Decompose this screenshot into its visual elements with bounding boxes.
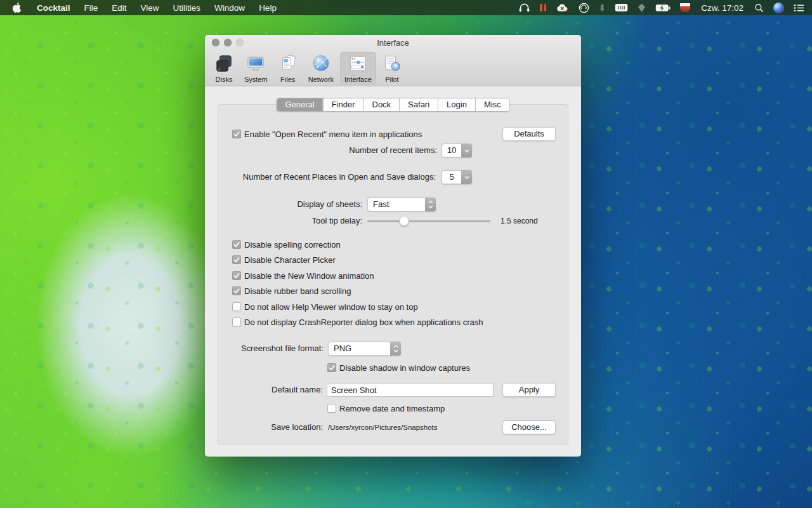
- toolbar-item-network[interactable]: Network: [304, 52, 338, 84]
- menu-bar-clock[interactable]: Czw. 17:02: [700, 3, 745, 13]
- checkbox[interactable]: [327, 363, 336, 372]
- headset-icon[interactable]: [518, 3, 530, 13]
- choose-button[interactable]: Choose...: [502, 420, 556, 434]
- chevron-down-icon: [461, 144, 472, 157]
- toolbar: Disks System Files Network Interface: [205, 51, 581, 86]
- no-help-viewer-on-top-checkbox[interactable]: Do not allow Help Viewer window to stay …: [232, 300, 418, 313]
- title-bar[interactable]: Interface: [205, 35, 581, 51]
- recent-items-label: Number of recent items:: [349, 144, 437, 157]
- disable-shadow-checkbox[interactable]: Disable shadow in window captures: [327, 361, 470, 374]
- diamond-status-icon[interactable]: [638, 3, 646, 13]
- default-name-label: Default name:: [272, 383, 323, 397]
- toolbar-item-pilot[interactable]: Pilot: [378, 52, 406, 84]
- tooltip-delay-label: Tool tip delay:: [312, 214, 363, 228]
- enable-open-recent-checkbox[interactable]: Enable "Open Recent" menu item in applic…: [232, 128, 422, 140]
- menu-window[interactable]: Window: [207, 3, 252, 13]
- tab-login[interactable]: Login: [438, 98, 475, 111]
- display-sheets-popup[interactable]: Fast: [367, 197, 436, 211]
- menu-utilities[interactable]: Utilities: [166, 3, 208, 13]
- system-icon: [246, 54, 265, 76]
- toolbar-item-interface[interactable]: Interface: [340, 52, 376, 84]
- checkbox[interactable]: [232, 255, 241, 264]
- remove-date-timestamp-checkbox[interactable]: Remove date and timestamp: [327, 402, 445, 415]
- menu-help[interactable]: Help: [252, 3, 284, 13]
- minimize-button[interactable]: [224, 39, 232, 46]
- cloud-sync-icon[interactable]: [556, 3, 569, 13]
- bluetooth-icon[interactable]: [599, 3, 605, 12]
- menu-app-name[interactable]: Cocktail: [30, 3, 77, 13]
- close-button[interactable]: [212, 39, 219, 46]
- checkbox[interactable]: [232, 286, 241, 295]
- save-location-path: /Users/xyrcon/Pictures/Snapshots: [328, 420, 438, 434]
- interface-icon: [348, 54, 367, 76]
- screenshot-format-popup[interactable]: PNG: [328, 342, 401, 356]
- window-title: Interface: [205, 35, 581, 51]
- traffic-lights: [212, 39, 244, 46]
- recent-items-select[interactable]: 10: [442, 144, 472, 157]
- chevron-down-icon: [461, 170, 472, 184]
- creative-cloud-icon[interactable]: [579, 3, 589, 13]
- tab-safari[interactable]: Safari: [399, 98, 438, 111]
- toolbar-item-files[interactable]: Files: [274, 52, 302, 84]
- slider-track[interactable]: [367, 220, 490, 222]
- battery-charging-icon[interactable]: [655, 4, 671, 12]
- up-down-chevrons-icon: [425, 197, 436, 211]
- cocktail-interface-window: Interface Disks System Files Network: [205, 35, 581, 457]
- screenshot-format-label: Screenshot file format:: [241, 342, 324, 356]
- tooltip-delay-slider[interactable]: [367, 214, 490, 228]
- pause-icon[interactable]: [540, 4, 546, 11]
- disable-new-window-animation-checkbox[interactable]: Disable the New Window animation: [232, 269, 374, 282]
- slider-thumb[interactable]: [400, 217, 409, 226]
- toolbar-item-disks[interactable]: Disks: [210, 52, 238, 84]
- checkbox[interactable]: [327, 404, 336, 413]
- zoom-button[interactable]: [236, 39, 244, 46]
- apply-button[interactable]: Apply: [502, 383, 556, 397]
- tooltip-delay-value: 1.5 second: [501, 214, 538, 228]
- window-body: General Finder Dock Safari Login Misc En…: [205, 87, 581, 457]
- disable-spelling-correction-checkbox[interactable]: Disable spelling correction: [232, 238, 341, 251]
- flag-pro-badge: PRO: [682, 10, 689, 13]
- display-sheets-label: Display of sheets:: [297, 197, 362, 211]
- disable-character-picker-checkbox[interactable]: Disable Character Picker: [232, 253, 336, 266]
- recent-places-label: Number of Recent Places in Open and Save…: [243, 170, 436, 184]
- toolbar-item-system[interactable]: System: [240, 52, 272, 84]
- menu-bar-status-items: PRO Czw. 17:02: [518, 3, 804, 13]
- tab-finder[interactable]: Finder: [323, 98, 363, 111]
- tab-dock[interactable]: Dock: [363, 98, 399, 111]
- save-location-label: Save location:: [271, 420, 323, 434]
- apple-menu-icon[interactable]: [13, 3, 21, 13]
- tab-misc[interactable]: Misc: [475, 98, 509, 111]
- tab-general[interactable]: General: [277, 98, 322, 111]
- up-down-chevrons-icon: [390, 342, 401, 356]
- menu-file[interactable]: File: [77, 3, 105, 13]
- menu-view[interactable]: View: [134, 3, 166, 13]
- disable-rubber-band-scrolling-checkbox[interactable]: Disable rubber band scrolling: [232, 284, 351, 297]
- defaults-button[interactable]: Defaults: [502, 127, 556, 141]
- no-crashreporter-dialog-checkbox[interactable]: Do not display CrashReporter dialog box …: [232, 316, 483, 328]
- files-icon: [278, 54, 298, 76]
- checkbox[interactable]: [232, 240, 241, 249]
- checkbox[interactable]: [232, 318, 241, 326]
- spotlight-search-icon[interactable]: [754, 3, 764, 13]
- general-settings-panel: Enable "Open Recent" menu item in applic…: [218, 104, 568, 444]
- checkbox[interactable]: [232, 302, 241, 311]
- menu-edit[interactable]: Edit: [105, 3, 133, 13]
- recent-places-select[interactable]: 5: [442, 170, 472, 184]
- checkbox[interactable]: [232, 130, 241, 138]
- siri-icon[interactable]: [773, 3, 784, 13]
- network-icon: [311, 54, 331, 76]
- disks-icon: [214, 54, 233, 76]
- tab-bar: General Finder Dock Safari Login Misc: [276, 98, 509, 112]
- checkbox[interactable]: [232, 271, 241, 280]
- pilot-icon: [383, 54, 402, 76]
- keyboard-brightness-icon[interactable]: [615, 3, 628, 12]
- notification-center-icon[interactable]: [794, 4, 804, 12]
- default-name-input[interactable]: [327, 383, 494, 397]
- poland-flag-icon[interactable]: PRO: [680, 3, 690, 13]
- menu-bar: Cocktail File Edit View Utilities Window…: [0, 0, 812, 15]
